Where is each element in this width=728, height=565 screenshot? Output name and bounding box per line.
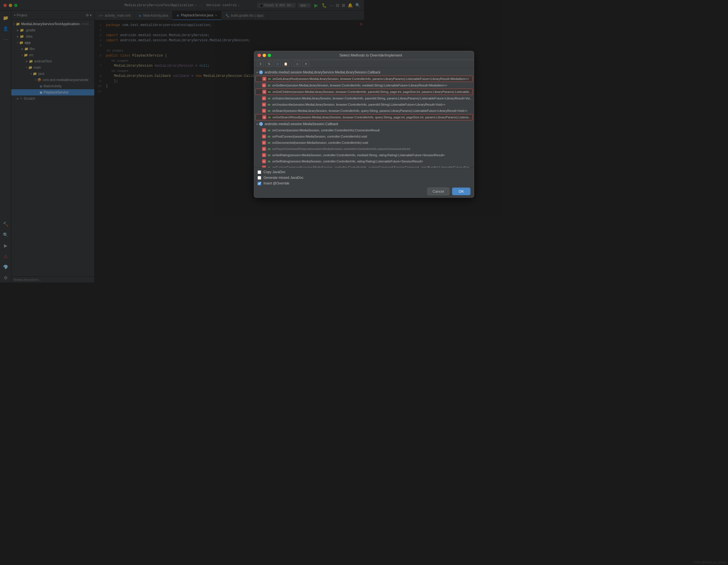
diamond-button[interactable]: ◇ [294, 61, 301, 67]
method-icon-c-8: c [262, 128, 266, 132]
method-icon-c-9: c [262, 134, 266, 138]
method-onCustomCommand[interactable]: c m onCustomCommand(session:MediaSession… [254, 164, 364, 167]
generate-javadoc-checkbox[interactable] [258, 176, 261, 180]
dialog-toolbar: ⇕ ⇅ ⊙ 📋 ◇ ✕ [254, 60, 364, 68]
method-icon-c-10: c [262, 141, 266, 145]
sort-button[interactable]: ⇅ [265, 61, 272, 67]
dialog-title-bar: Select Methods to Override/Implement [254, 51, 364, 60]
method-onSetRating2[interactable]: c m onSetRating(session:MediaSession, co… [254, 158, 364, 164]
filter-button[interactable]: ⊙ [274, 61, 281, 67]
group-1-label: androidx.media3.session.MediaLibraryServ… [265, 70, 364, 74]
dialog-close-button[interactable] [258, 54, 261, 57]
method-onConnect[interactable]: c m onConnect(session:MediaSession, cont… [254, 127, 364, 133]
method-icon-c-5: c [262, 102, 266, 106]
method-onGetLibraryRoot[interactable]: c m onGetLibraryRoot(session:MediaLibrar… [255, 76, 364, 82]
dialog: Select Methods to Override/Implement ⇕ ⇅… [254, 51, 364, 198]
method-onPlayerCommandRequest[interactable]: c m onPlayerCommandRequest(session:Media… [254, 146, 364, 152]
generate-javadoc-label: Generate missed JavaDoc [263, 176, 303, 180]
copy-javadoc-checkbox[interactable] [258, 170, 261, 174]
toolbar-sep-1 [291, 61, 292, 67]
method-onPostConnect[interactable]: c m onPostConnect(session:MediaSession, … [254, 133, 364, 139]
method-group-1-header[interactable]: ▾ ⓘ androidx.media3.session.MediaLibrary… [254, 69, 364, 75]
dialog-button-row: Cancel OK [258, 187, 364, 195]
method-icon-m-12: m [267, 153, 271, 157]
method-icon-c-7: c [262, 115, 266, 119]
dialog-traffic-lights [258, 54, 271, 57]
expand-all-button[interactable]: ⇕ [257, 61, 264, 67]
dialog-footer: Copy JavaDoc Generate missed JavaDoc Ins… [254, 167, 364, 197]
method-icon-m-3: m [267, 90, 271, 94]
insert-override-label: Insert @Override [263, 181, 289, 185]
method-icon-m-11: m [267, 147, 271, 151]
method-icon-m-2: m [267, 83, 271, 87]
generate-javadoc-row: Generate missed JavaDoc [258, 176, 364, 180]
method-icon-c-6: c [262, 109, 266, 113]
dialog-body: ▾ ⓘ androidx.media3.session.MediaLibrary… [254, 68, 364, 167]
method-onSetRating1[interactable]: c m onSetRating(session:MediaSession, co… [254, 152, 364, 158]
method-onGetSearchResult[interactable]: c m onGetSearchResult(session:MediaLibra… [255, 114, 364, 120]
method-icon-c-14: c [262, 165, 266, 167]
method-icon-c-2: c [262, 83, 266, 87]
group-2-arrow: ▾ [256, 123, 258, 126]
method-icon-m-9: m [267, 134, 271, 138]
method-icon-c-11: c [262, 147, 266, 151]
method-icon-m-14: m [267, 165, 271, 167]
copy-button[interactable]: 📋 [282, 61, 289, 67]
dialog-minimize-button[interactable] [263, 54, 266, 57]
method-onSubscribe[interactable]: c m onSubscribe(session:MediaLibrarySess… [254, 95, 364, 101]
method-icon-m-4: m [267, 96, 271, 100]
close-toolbar-button[interactable]: ✕ [302, 61, 309, 67]
insert-override-row: Insert @Override [258, 181, 364, 185]
dialog-title: Select Methods to Override/Implement [271, 53, 364, 57]
method-onSearch[interactable]: c m onSearch(session:MediaLibrarySession… [254, 108, 364, 114]
method-icon-m-6: m [267, 109, 271, 113]
group-1-arrow: ▾ [256, 71, 258, 74]
method-group-2-header[interactable]: ▾ ⓘ androidx.media3.session.MediaSession… [254, 121, 364, 127]
copy-javadoc-label: Copy JavaDoc [263, 170, 285, 174]
method-onGetItem[interactable]: c m onGetItem(session:MediaLibrarySessio… [254, 82, 364, 88]
dialog-overlay: Select Methods to Override/Implement ⇕ ⇅… [0, 0, 364, 282]
insert-override-checkbox[interactable] [258, 182, 261, 185]
group-1-icon: ⓘ [259, 70, 263, 74]
method-onUnsubscribe[interactable]: c m onUnsubscribe(session:MediaLibrarySe… [254, 101, 364, 108]
method-icon-c-1: c [262, 77, 266, 81]
method-icon-c-13: c [262, 159, 266, 163]
group-2-icon: ⓘ [259, 122, 263, 126]
method-icon-m-5: m [267, 102, 271, 106]
method-onDisconnected[interactable]: c m onDisconnected(session:MediaSession,… [254, 139, 364, 146]
method-icon-c-3: c [262, 90, 266, 94]
method-icon-m-13: m [267, 159, 271, 163]
method-icon-m-7: m [267, 115, 271, 119]
copy-javadoc-row: Copy JavaDoc [258, 170, 364, 174]
method-icon-m-1: m [267, 77, 271, 81]
group-2-label: androidx.media3.session.MediaSession.Cal… [265, 122, 338, 126]
dialog-maximize-button[interactable] [268, 54, 271, 57]
method-icon-c-12: c [262, 153, 266, 157]
method-icon-m-10: m [267, 141, 271, 145]
method-icon-m-8: m [267, 128, 271, 132]
method-onGetChildren[interactable]: c m onGetChildren(session:MediaLibrarySe… [255, 89, 364, 95]
method-icon-c-4: c [262, 96, 266, 100]
